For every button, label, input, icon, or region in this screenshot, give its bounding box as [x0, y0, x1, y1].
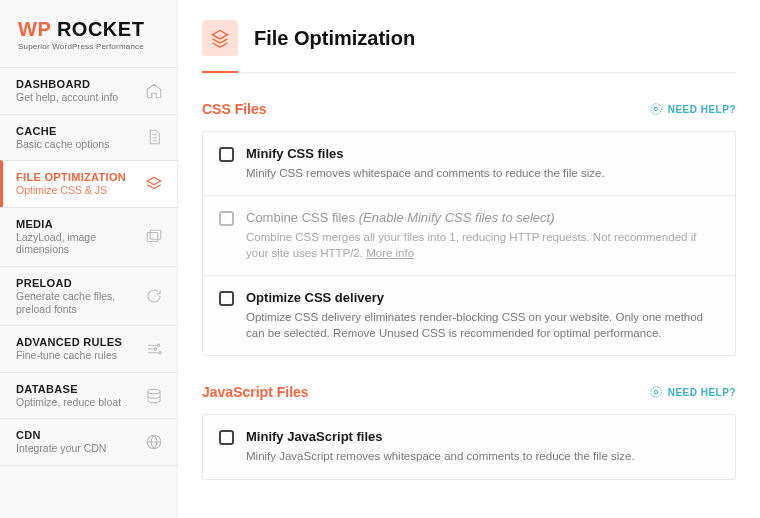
- sidebar-item-dashboard[interactable]: DASHBOARDGet help, account info: [0, 67, 177, 114]
- help-icon: [649, 385, 663, 399]
- svg-point-3: [154, 348, 156, 350]
- sidebar-item-sub: LazyLoad, image dimensions: [16, 231, 139, 256]
- sidebar-item-label: PRELOAD: [16, 277, 139, 289]
- option-minify-js: Minify JavaScript files Minify JavaScrip…: [203, 415, 735, 478]
- refresh-icon: [145, 287, 163, 305]
- main-content: File Optimization CSS Files NEED HELP? M…: [178, 0, 760, 518]
- svg-point-4: [159, 352, 161, 354]
- option-title: Minify CSS files: [246, 146, 719, 161]
- sidebar-item-sub: Optimize CSS & JS: [16, 184, 139, 197]
- need-help-css[interactable]: NEED HELP?: [649, 102, 736, 116]
- page-icon-box: [202, 20, 238, 56]
- help-icon: [649, 102, 663, 116]
- brand-tagline: Superior WordPress Performance: [18, 42, 165, 51]
- checkbox-optimize-css-delivery[interactable]: [219, 291, 234, 306]
- sidebar-item-sub: Get help, account info: [16, 91, 139, 104]
- option-desc: Combine CSS merges all your files into 1…: [246, 229, 719, 261]
- more-info-link[interactable]: More info: [366, 247, 414, 259]
- sidebar-item-label: CDN: [16, 429, 139, 441]
- checkbox-minify-css[interactable]: [219, 147, 234, 162]
- layers-icon: [210, 28, 230, 48]
- checkbox-minify-js[interactable]: [219, 430, 234, 445]
- sidebar-item-media[interactable]: MEDIALazyLoad, image dimensions: [0, 207, 177, 266]
- sidebar-item-label: ADVANCED RULES: [16, 336, 139, 348]
- svg-rect-0: [147, 232, 158, 241]
- svg-point-9: [650, 387, 661, 398]
- checkbox-combine-css: [219, 211, 234, 226]
- brand-wp: WP: [18, 18, 51, 40]
- sidebar-item-sub: Optimize, reduce bloat: [16, 396, 139, 409]
- svg-point-10: [654, 391, 658, 395]
- section-head-css: CSS Files NEED HELP?: [202, 101, 736, 117]
- panel-css: Minify CSS files Minify CSS removes whit…: [202, 131, 736, 356]
- sidebar-item-sub: Integrate your CDN: [16, 442, 139, 455]
- section-title-css: CSS Files: [202, 101, 267, 117]
- document-icon: [145, 128, 163, 146]
- option-combine-css: Combine CSS files (Enable Minify CSS fil…: [203, 196, 735, 276]
- home-icon: [145, 82, 163, 100]
- sidebar-item-database[interactable]: DATABASEOptimize, reduce bloat: [0, 372, 177, 419]
- option-title: Optimize CSS delivery: [246, 290, 719, 305]
- panel-js: Minify JavaScript files Minify JavaScrip…: [202, 414, 736, 479]
- svg-point-8: [654, 107, 658, 111]
- layers-icon: [145, 175, 163, 193]
- sidebar-item-advanced-rules[interactable]: ADVANCED RULESFine-tune cache rules: [0, 325, 177, 372]
- sidebar-item-label: FILE OPTIMIZATION: [16, 171, 139, 183]
- section-head-js: JavaScript Files NEED HELP?: [202, 384, 736, 400]
- page-header: File Optimization: [202, 0, 736, 73]
- section-title-js: JavaScript Files: [202, 384, 309, 400]
- sidebar-item-sub: Basic cache options: [16, 138, 139, 151]
- option-title: Minify JavaScript files: [246, 429, 719, 444]
- svg-point-5: [148, 389, 160, 394]
- sidebar-item-label: DATABASE: [16, 383, 139, 395]
- sidebar-item-preload[interactable]: PRELOADGenerate cache files, preload fon…: [0, 266, 177, 325]
- brand-logo: WP ROCKET Superior WordPress Performance: [0, 0, 177, 67]
- option-desc: Optimize CSS delivery eliminates render-…: [246, 309, 719, 341]
- page-title: File Optimization: [254, 27, 415, 50]
- sidebar-item-label: DASHBOARD: [16, 78, 139, 90]
- images-icon: [145, 228, 163, 246]
- option-minify-css: Minify CSS files Minify CSS removes whit…: [203, 132, 735, 196]
- option-desc: Minify CSS removes whitespace and commen…: [246, 165, 719, 181]
- option-desc: Minify JavaScript removes whitespace and…: [246, 448, 719, 464]
- help-label: NEED HELP?: [668, 104, 736, 115]
- sidebar: WP ROCKET Superior WordPress Performance…: [0, 0, 178, 518]
- sidebar-item-sub: Generate cache files, preload fonts: [16, 290, 139, 315]
- sidebar-item-sub: Fine-tune cache rules: [16, 349, 139, 362]
- svg-rect-1: [150, 230, 161, 239]
- sidebar-item-cache[interactable]: CACHEBasic cache options: [0, 114, 177, 161]
- sidebar-nav: DASHBOARDGet help, account info CACHEBas…: [0, 67, 177, 466]
- option-hint: (Enable Minify CSS files to select): [359, 210, 555, 225]
- option-title: Combine CSS files (Enable Minify CSS fil…: [246, 210, 719, 225]
- sidebar-item-label: CACHE: [16, 125, 139, 137]
- globe-icon: [145, 433, 163, 451]
- database-icon: [145, 387, 163, 405]
- sliders-icon: [145, 340, 163, 358]
- sidebar-item-file-optimization[interactable]: FILE OPTIMIZATIONOptimize CSS & JS: [0, 160, 177, 207]
- svg-point-2: [157, 344, 159, 346]
- help-label: NEED HELP?: [668, 387, 736, 398]
- option-optimize-css-delivery: Optimize CSS delivery Optimize CSS deliv…: [203, 276, 735, 355]
- sidebar-item-label: MEDIA: [16, 218, 139, 230]
- need-help-js[interactable]: NEED HELP?: [649, 385, 736, 399]
- svg-point-7: [650, 104, 661, 115]
- brand-rocket-text: ROCKET: [57, 18, 144, 40]
- sidebar-item-cdn[interactable]: CDNIntegrate your CDN: [0, 418, 177, 466]
